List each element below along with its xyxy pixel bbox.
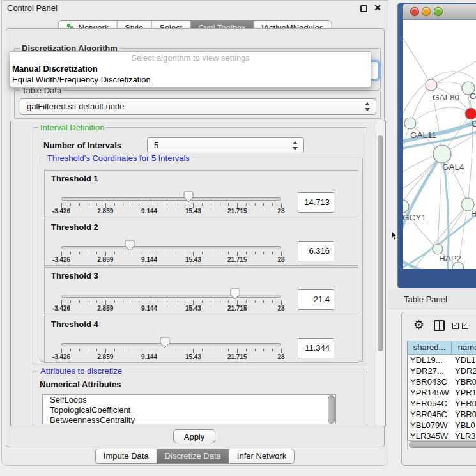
slider-minor-tick [211,203,211,206]
slider-minor-tick [70,203,71,206]
dropdown-option-manual-discretization[interactable]: Manual Discretization [10,64,371,73]
slider-minor-tick [158,252,158,254]
mac-close-button[interactable] [410,7,419,16]
cell-shared-name[interactable]: YBR045C [408,409,452,420]
settings-scrollpane: Interval Definition Number of Intervals … [10,121,386,426]
slider-minor-tick [185,349,185,351]
network-view-window[interactable]: GAL80GACGAL11GAL4GCY1HHAP2 [397,3,476,288]
threshold-slider-thumb[interactable] [183,191,194,203]
slider-minor-tick [220,203,220,206]
network-node[interactable] [433,145,451,163]
threshold-value-field[interactable]: 11.344 [298,338,334,358]
cell-shared-name[interactable]: YBR043C [408,376,452,387]
cell-name[interactable]: YDR2 [452,365,476,376]
attributes-scrollbar[interactable] [328,395,335,424]
settings-scrollbar-thumb[interactable] [378,135,383,351]
slider-minor-tick [167,203,167,206]
mac-zoom-button[interactable] [434,7,443,16]
close-icon[interactable]: ✕ [374,3,381,13]
cell-shared-name[interactable]: YBL079W [408,420,452,431]
application-window: Control Panel ✕ NetworkStyleSelectCyni T… [0,0,476,476]
dropdown-option-equal-width[interactable]: Equal Width/Frequency Discretization [10,75,371,84]
cell-name[interactable]: YBL0 [452,420,476,431]
network-node[interactable] [465,108,476,119]
threshold-slider-track[interactable] [61,343,281,346]
table-panel-titlebar: Table Panel [388,289,476,309]
thresholds-group-label: Threshold's Coordinates for 5 Intervals [45,153,192,163]
column-header-name[interactable]: name [452,341,476,354]
threshold-panel-2: Threshold 2-3.4262.8599.14415.4321.71528… [44,219,358,266]
threshold-panel-3: Threshold 3-3.4262.8599.14415.4321.71528… [44,267,358,314]
cell-shared-name[interactable]: YDL19... [408,355,452,365]
cell-name[interactable]: YDL1 [452,355,476,365]
mac-minimize-button[interactable] [422,7,431,16]
threshold-slider-track[interactable] [61,246,281,249]
slider-major-tick [281,203,282,208]
threshold-value-field[interactable]: 14.713 [298,192,334,213]
slider-major-tick [105,349,106,353]
cell-name[interactable]: YER0 [452,398,476,409]
threshold-value-field[interactable]: 6.316 [298,241,334,261]
network-node[interactable] [433,244,443,254]
gear-icon[interactable]: ⚙ [413,318,424,332]
threshold-slider-track[interactable] [61,295,281,298]
slider-minor-tick [220,300,220,303]
mouse-cursor [391,231,397,240]
network-graph: GAL80GACGAL11GAL4GCY1HHAP2 [403,20,476,269]
node-label: GAL11 [410,130,436,140]
slider-major-tick [105,203,106,208]
slider-major-tick [150,252,150,256]
cell-name[interactable]: YLR3 [452,431,476,440]
slider-major-tick [237,203,238,208]
number-of-intervals-select[interactable]: 5 [147,137,304,153]
cell-name[interactable]: YBR0 [452,376,476,387]
node-label: H [471,209,476,219]
threshold-value-field[interactable]: 21.4 [298,289,334,310]
table-data-select[interactable]: galFiltered.sif default node [20,98,376,115]
apply-button[interactable]: Apply [173,429,215,443]
network-canvas[interactable]: GAL80GACGAL11GAL4GCY1HHAP2 [403,20,476,269]
network-node[interactable] [426,79,437,91]
table-row[interactable]: YBR043CYBR0 [408,376,476,387]
float-window-icon[interactable] [360,5,367,12]
attribute-item-betweennesscentrality[interactable]: BetweennessCentrality [43,415,335,424]
table-row[interactable]: YBR045CYBR0 [408,409,476,420]
threshold-slider-thumb[interactable] [125,240,135,251]
table-row[interactable]: YER054CYER0 [408,398,476,409]
cell-shared-name[interactable]: YER054C [408,398,452,409]
slider-minor-tick [123,300,123,303]
threshold-slider-track[interactable] [61,197,281,201]
slider-minor-tick [79,203,80,206]
column-selector-icon[interactable] [434,320,445,331]
cell-shared-name[interactable]: YDR27... [408,365,452,376]
attribute-item-topologicalcoefficient[interactable]: TopologicalCoefficient [43,405,335,415]
table-row[interactable]: YPR145WYPR1 [408,387,476,398]
tab-impute-data[interactable]: Impute Data [96,449,157,463]
threshold-slider-thumb[interactable] [160,337,170,348]
slider-minor-tick [88,349,88,351]
table-row[interactable]: YDL19...YDL1 [408,355,476,365]
network-node[interactable] [404,118,416,129]
cell-name[interactable]: YPR1 [452,387,476,398]
cell-shared-name[interactable]: YPR145W [408,387,452,398]
cell-name[interactable]: YBR0 [452,409,476,420]
dropdown-hint: Select algorithm to view settings [10,53,371,63]
checkbox-icon[interactable] [452,323,459,329]
table-row[interactable]: YBL079WYBL0 [408,420,476,431]
threshold-slider-thumb[interactable] [230,288,240,300]
column-header-shared-name[interactable]: shared... [408,341,452,354]
table-row[interactable]: YLR345WYLR3 [408,431,476,440]
table-hscrollbar-thumb[interactable] [409,441,476,448]
table-row[interactable]: YDR27...YDR2 [408,365,476,376]
cell-shared-name[interactable]: YLR345W [408,431,452,440]
threshold-label: Threshold 3 [51,271,98,280]
tab-discretize-data[interactable]: Discretize Data [157,449,229,463]
slider-minor-tick [263,300,264,303]
slider-minor-tick [202,349,203,351]
checkbox-icon[interactable] [462,323,468,329]
tab-infer-network[interactable]: Infer Network [229,449,294,463]
network-window-titlebar[interactable] [403,4,476,20]
attribute-item-selfloops[interactable]: SelfLoops [43,395,335,405]
node-label: GAL80 [433,93,459,102]
slider-minor-tick [167,252,167,254]
